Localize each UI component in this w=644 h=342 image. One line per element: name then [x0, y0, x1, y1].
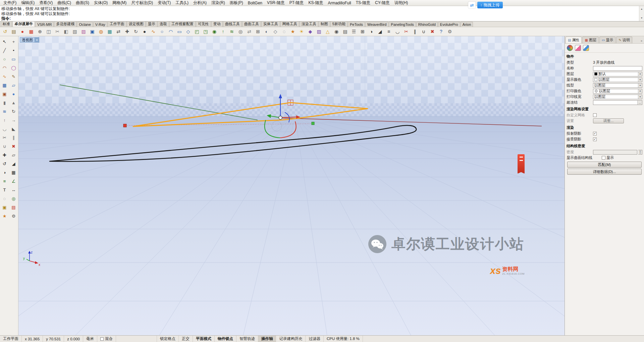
- menu-item[interactable]: BoltGen: [246, 0, 265, 6]
- polygon-icon[interactable]: ◇: [184, 27, 192, 36]
- sphere-icon[interactable]: ◉: [210, 27, 218, 36]
- layer-dropdown[interactable]: 默认: [593, 72, 642, 76]
- menu-item[interactable]: 分析(A): [191, 0, 209, 6]
- print-color-dropdown[interactable]: 以图层: [593, 89, 642, 94]
- show-tool-icon[interactable]: ◎: [10, 194, 18, 203]
- command-prompt[interactable]: 指令:: [1, 16, 638, 21]
- polyline-icon[interactable]: ╱: [1, 46, 9, 54]
- print-width-dropdown[interactable]: 以图层: [593, 95, 642, 99]
- sub-object-select-icon[interactable]: +: [10, 38, 18, 46]
- move-tool-icon[interactable]: ✚: [1, 151, 9, 159]
- status-cell[interactable]: CPU 使用量: 1.8 %: [324, 336, 363, 342]
- lock-tool-icon[interactable]: ▣: [1, 203, 9, 211]
- tab-layers[interactable]: ▦ 图层: [582, 37, 598, 43]
- toolbar-tab[interactable]: 工作视窗配置: [169, 21, 196, 27]
- sphere-tool-icon[interactable]: ●: [10, 90, 18, 98]
- render-preview-icon[interactable]: ★: [289, 27, 297, 36]
- status-cell[interactable]: 过滤器: [306, 336, 324, 342]
- menu-item[interactable]: 面板(P): [227, 0, 246, 6]
- menu-item[interactable]: KS-随意: [306, 0, 325, 6]
- tab-help[interactable]: ✎ 说明: [616, 37, 632, 43]
- analyze-tool-icon[interactable]: ∠: [10, 177, 18, 185]
- toolbar-tab[interactable]: 工作平面: [108, 21, 126, 27]
- curve-icon[interactable]: ∿: [149, 27, 157, 36]
- rotate-tool-icon[interactable]: ↺: [1, 160, 9, 168]
- chamfer-tool-icon[interactable]: ◣: [10, 125, 18, 133]
- perspective-viewport[interactable]: z x y 透视图: [18, 36, 565, 335]
- status-cell[interactable]: 正交: [179, 336, 193, 342]
- toolbar-tab[interactable]: RhinoGold: [416, 22, 438, 27]
- loft-tool-icon[interactable]: ≋: [1, 107, 9, 115]
- explode-tool-icon[interactable]: ✖: [10, 142, 18, 150]
- toolbar-tab[interactable]: PanelingTools: [389, 22, 416, 27]
- match-button[interactable]: 匹配(M): [567, 162, 642, 168]
- arc-icon[interactable]: ◠: [167, 27, 175, 36]
- viewport-canvas[interactable]: z x y: [18, 36, 565, 335]
- toolbar-tab[interactable]: 曲面工具: [242, 21, 261, 27]
- viewport-title-dropdown-icon[interactable]: [35, 38, 39, 42]
- drag-upload-button[interactable]: ↑ 拖拽上传: [477, 2, 503, 8]
- rotate-icon[interactable]: ↻: [132, 27, 140, 36]
- toolbar-tab[interactable]: 网格工具: [280, 21, 299, 27]
- browse-button[interactable]: ...: [637, 101, 642, 105]
- circle-icon[interactable]: ○: [158, 27, 166, 36]
- menu-item[interactable]: 网格(M): [110, 0, 129, 6]
- dropdown-arrow-icon[interactable]: [638, 78, 642, 82]
- cast-shadows-checkbox[interactable]: [593, 132, 597, 135]
- menu-item[interactable]: 尺寸标注(D): [129, 0, 155, 6]
- options-tool-icon[interactable]: ⚙: [10, 212, 18, 220]
- split-tool-icon[interactable]: ∥: [10, 133, 18, 141]
- toolbar-tab[interactable]: WeaverBird: [365, 22, 388, 27]
- properties-icon[interactable]: ▣: [88, 27, 96, 36]
- toolbar-tab[interactable]: 变动: [211, 21, 223, 27]
- status-cell[interactable]: 平面模式: [193, 336, 215, 342]
- status-cell[interactable]: 物件锁点: [215, 336, 236, 342]
- status-cell[interactable]: 毫米: [83, 336, 97, 342]
- toolbar-tab[interactable]: 多边形建模: [54, 21, 76, 27]
- menu-item[interactable]: 渲染(R): [209, 0, 227, 6]
- camera-icon[interactable]: ◉: [332, 27, 340, 36]
- adjust-button[interactable]: 调整...: [593, 118, 624, 123]
- fillet-icon[interactable]: ◡: [393, 27, 401, 36]
- status-cell[interactable]: x 31.365: [22, 336, 43, 342]
- box-tool-icon[interactable]: ▣: [1, 90, 9, 98]
- toolbar-tab[interactable]: V-Ray: [93, 22, 107, 27]
- scroll-up-icon[interactable]: ▲: [641, 7, 643, 12]
- sweep-tool-icon[interactable]: →: [10, 116, 18, 124]
- toolbar-tab[interactable]: 曲线工具: [223, 21, 242, 27]
- hatch-icon[interactable]: ▩: [106, 27, 114, 36]
- explode-icon[interactable]: ✖: [428, 27, 436, 36]
- shaded-view-icon[interactable]: ◐: [263, 27, 271, 36]
- scale-icon[interactable]: ◢: [376, 27, 384, 36]
- viewport-title[interactable]: 透视图: [20, 37, 39, 43]
- toolbar-tab[interactable]: 制图: [319, 21, 330, 27]
- toolbar-tab[interactable]: Octane: [77, 22, 93, 27]
- custom-mesh-checkbox[interactable]: [593, 113, 597, 117]
- menu-item[interactable]: 文件(F): [1, 0, 19, 6]
- mirror-tool-icon[interactable]: ◑: [1, 168, 9, 176]
- toolbar-tab[interactable]: PeTools: [348, 22, 365, 27]
- menu-item[interactable]: TS-随意: [354, 0, 373, 6]
- array-icon[interactable]: ⊞: [359, 27, 367, 36]
- hyperlink-input[interactable]: ...: [593, 100, 642, 105]
- undo-view-icon[interactable]: ↺: [1, 27, 9, 36]
- menu-item[interactable]: VSR-随意: [265, 0, 287, 6]
- arc-tool-icon[interactable]: ◠: [1, 64, 9, 72]
- green-handle-square[interactable]: [312, 122, 314, 125]
- trim-icon[interactable]: ✂: [402, 27, 410, 36]
- join-tool-icon[interactable]: ∪: [1, 142, 9, 150]
- status-cell[interactable]: 智慧轨迹: [236, 336, 258, 342]
- offset-icon[interactable]: ≡: [385, 27, 393, 36]
- tab-display[interactable]: ▭ 显示: [599, 37, 615, 43]
- layer-panel-icon[interactable]: ▤: [10, 27, 18, 36]
- hide-tool-icon[interactable]: ◌: [1, 194, 9, 203]
- dropdown-arrow-icon[interactable]: [638, 95, 642, 99]
- display-color-dropdown[interactable]: 以图层: [593, 77, 642, 82]
- grid-snap-icon[interactable]: ▦: [27, 27, 35, 36]
- gumball-z-arrowhead[interactable]: [279, 94, 282, 98]
- promo-ribbon[interactable]: [518, 154, 525, 174]
- align-icon[interactable]: ☰: [350, 27, 358, 36]
- extrude-icon[interactable]: ↑: [219, 27, 227, 36]
- options-icon[interactable]: ⚙: [446, 27, 454, 36]
- render-tool-icon[interactable]: ★: [1, 212, 9, 220]
